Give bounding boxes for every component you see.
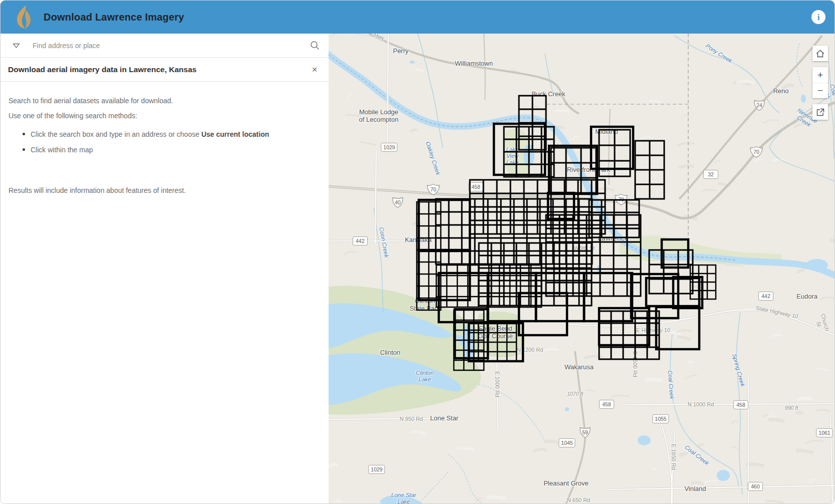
- search-button[interactable]: [301, 34, 329, 57]
- home-icon: [815, 49, 825, 58]
- lake-arm-sliver: [463, 325, 474, 362]
- zoom-controls: + −: [812, 67, 828, 98]
- map-canvas[interactable]: PerryWilliamstownBuck CreekMidlandRenoMo…: [329, 34, 835, 504]
- chevron-down-icon: [13, 43, 20, 49]
- intro-text-2: Use one of the following search methods:: [9, 111, 319, 121]
- search-icon: [310, 41, 320, 50]
- major-roads: [329, 34, 835, 504]
- lone-star-lake: [380, 495, 423, 504]
- kansas-river: [329, 55, 835, 276]
- sidebar-panel: Download aerial imagery data in Lawrence…: [1, 34, 329, 503]
- creeks: [374, 34, 835, 504]
- map-controls: + −: [812, 46, 828, 120]
- zoom-in-button[interactable]: +: [812, 67, 828, 83]
- bullet-bold-text: Use current location: [201, 130, 269, 138]
- intro-text-1: Search to find aerial datasets available…: [9, 96, 319, 106]
- app-window: Download Lawrence Imagery i Download aer…: [0, 0, 835, 504]
- panel-header: Download aerial imagery data in Lawrence…: [1, 58, 329, 82]
- river-oxbow: [806, 259, 828, 271]
- zoom-out-button[interactable]: −: [812, 83, 828, 98]
- panel-title: Download aerial imagery data in Lawrence…: [8, 65, 301, 74]
- search-methods-list: Click the search box and type in an addr…: [9, 129, 319, 155]
- list-item: Click the search box and type in an addr…: [23, 129, 319, 140]
- basemap: [329, 34, 835, 504]
- info-icon: i: [817, 13, 820, 22]
- locator-dropdown-button[interactable]: [1, 34, 32, 57]
- golf-course-green: [477, 312, 524, 357]
- bullet-text: Click within the map: [31, 146, 93, 154]
- county-boundary: [546, 34, 688, 246]
- home-button[interactable]: [812, 46, 828, 61]
- list-item: Click within the map: [23, 145, 319, 155]
- page-title: Download Lawrence Imagery: [44, 12, 184, 23]
- hillshade: [329, 34, 835, 503]
- app-header: Download Lawrence Imagery i: [1, 1, 834, 34]
- results-note: Results will include information about f…: [9, 185, 319, 196]
- panel-body: Search to find aerial datasets available…: [1, 82, 329, 196]
- search-bar: [1, 34, 329, 58]
- org-flame-logo: [16, 6, 33, 29]
- close-panel-button[interactable]: ×: [301, 58, 329, 81]
- search-input[interactable]: [32, 41, 301, 50]
- export-icon: [816, 108, 825, 117]
- info-button[interactable]: i: [811, 10, 825, 24]
- export-button[interactable]: [812, 104, 828, 120]
- bullet-text: Click the search box and type in an addr…: [31, 130, 201, 138]
